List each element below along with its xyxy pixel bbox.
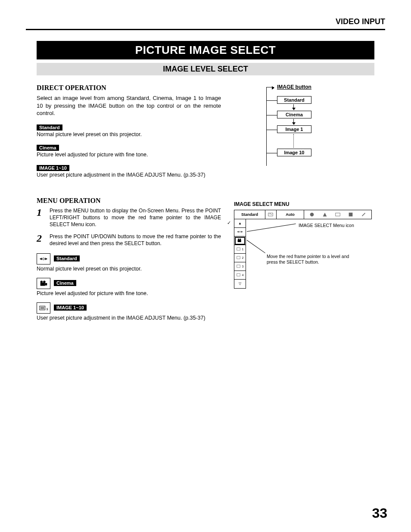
checkmark-icon: ✓ <box>227 220 231 226</box>
menu-image3-item: 3 <box>234 262 246 271</box>
menu-bar-standard: Standard <box>234 210 265 219</box>
svg-point-4 <box>40 280 43 283</box>
cinema-icon <box>37 278 50 289</box>
step-2-text: Press the POINT UP/DOWN buttons to move … <box>50 233 221 247</box>
desc-image1-10-2: User preset picture adjustment in the IM… <box>37 315 221 321</box>
page-number: 33 <box>372 505 387 521</box>
menu-bar-auto: Auto <box>277 210 304 219</box>
svg-rect-6 <box>45 283 47 286</box>
chip-image1-10-2: IMAGE 1~10 <box>54 305 87 311</box>
callout-instruction: Move the red frame pointer to a level an… <box>267 254 353 265</box>
chip-standard: Standard <box>37 124 62 131</box>
svg-text:1: 1 <box>46 307 48 311</box>
svg-rect-13 <box>349 212 353 216</box>
svg-rect-12 <box>336 213 340 216</box>
step-1-text: Press the MENU button to display the On-… <box>50 207 221 228</box>
direct-heading: DIRECT OPERATION <box>37 84 221 92</box>
menu-down-arrow: ▽ <box>234 280 246 288</box>
page-subtitle: IMAGE LEVEL SELECT <box>37 63 374 75</box>
standard-icon <box>37 253 50 264</box>
svg-point-18 <box>238 239 239 240</box>
svg-point-1 <box>43 258 45 260</box>
page-title: PICTURE IMAGE SELECT <box>37 41 374 59</box>
svg-marker-2 <box>45 258 48 260</box>
diagram-title: IMAGE button <box>277 84 311 90</box>
desc-standard-2: Normal picture level preset on this proj… <box>37 266 221 272</box>
svg-point-5 <box>43 280 46 283</box>
menu-image2-item: 2 <box>234 254 246 262</box>
svg-point-15 <box>240 231 241 233</box>
desc-image1-10: User preset picture adjustment in the IM… <box>37 172 221 178</box>
svg-rect-22 <box>237 265 240 268</box>
direct-intro: Select an image level from among Standar… <box>37 94 221 117</box>
chip-image1-10: IMAGE 1~10 <box>37 165 69 171</box>
svg-rect-3 <box>40 283 45 286</box>
menu-standard-item <box>234 228 246 236</box>
svg-marker-14 <box>237 231 239 233</box>
step-2-num: 2 <box>37 233 45 247</box>
menu-bar-icon <box>265 210 277 219</box>
chip-cinema: Cinema <box>37 145 59 151</box>
svg-rect-21 <box>237 256 240 259</box>
svg-rect-23 <box>237 274 240 276</box>
menu-cinema-item <box>234 236 246 245</box>
step-1-num: 1 <box>37 207 45 228</box>
svg-rect-10 <box>268 213 273 216</box>
diagram-box-image1: Image 1 <box>277 125 311 133</box>
menu-bar-icons <box>304 210 371 219</box>
desc-standard: Normal picture level preset on this proj… <box>37 131 221 137</box>
svg-point-11 <box>310 212 314 216</box>
chip-cinema-2: Cinema <box>54 280 76 286</box>
diagram-box-cinema: Cinema <box>277 111 311 118</box>
menu-image4-item: 4 <box>234 271 246 280</box>
image-button-diagram: IMAGE button Standard Cinema Image 1 Ima… <box>247 84 346 170</box>
svg-marker-16 <box>241 231 243 233</box>
diagram-box-image10: Image 10 <box>277 149 311 156</box>
desc-cinema-2: Picture level adjusted for picture with … <box>37 290 221 296</box>
callout-menu-icon: IMAGE SELECT Menu icon <box>299 223 354 228</box>
diagram-box-standard: Standard <box>277 96 311 104</box>
image-preset-icon: 1 <box>37 302 50 314</box>
select-menu-diagram: Standard Auto <box>234 210 372 287</box>
svg-marker-0 <box>40 258 42 260</box>
desc-cinema: Picture level adjusted for picture with … <box>37 152 221 158</box>
svg-rect-8 <box>40 307 44 309</box>
menu-up-arrow: ▲ <box>234 219 246 228</box>
svg-point-19 <box>240 239 241 240</box>
svg-rect-17 <box>238 240 241 242</box>
select-menu-heading: IMAGE SELECT MENU <box>234 201 374 207</box>
header-section: VIDEO INPUT <box>26 17 385 30</box>
menu-heading: MENU OPERATION <box>37 197 221 205</box>
menu-image1-item: 1 <box>234 245 246 254</box>
chip-standard-2: Standard <box>54 255 80 261</box>
svg-rect-20 <box>237 248 240 250</box>
